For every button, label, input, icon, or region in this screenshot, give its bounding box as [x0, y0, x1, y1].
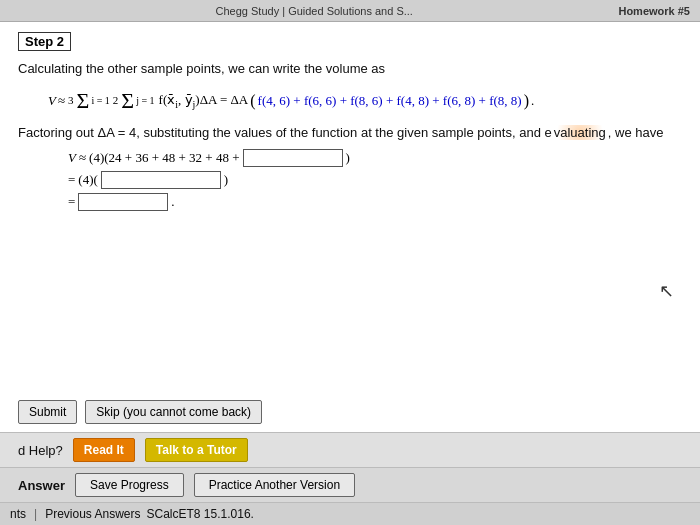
approx-symbol: ≈ [58, 89, 65, 112]
eq1-approx: ≈ [79, 150, 86, 166]
sum-lower-j: j = 1 [136, 92, 154, 110]
top-bar-right: Homework #5 [618, 5, 690, 17]
main-content: Step 2 Calculating the other sample poin… [0, 22, 700, 525]
eq3-equals: = [68, 194, 75, 210]
equation-line-2: = (4)( ) [68, 171, 682, 189]
period-1: . [531, 89, 534, 112]
eq3-input[interactable] [78, 193, 168, 211]
prev-answers-detail: SCalcET8 15.1.016. [147, 507, 254, 521]
top-bar: Chegg Study | Guided Solutions and S... … [0, 0, 700, 22]
close-paren: ) [524, 87, 529, 116]
step-label: Step 2 [18, 32, 71, 51]
sum-lower-i: i = 1 [91, 92, 109, 110]
sigma-1: Σ [77, 90, 90, 112]
previous-answers-label: Previous Answers [45, 507, 140, 521]
read-it-button[interactable]: Read It [73, 438, 135, 462]
top-bar-center: Chegg Study | Guided Solutions and S... [216, 5, 413, 17]
submit-button[interactable]: Submit [18, 400, 77, 424]
eq2-equals: = [68, 172, 75, 188]
eq1-prefix: (4)(24 + 36 + 48 + 32 + 48 + [89, 150, 239, 166]
separator: | [34, 507, 37, 521]
action-buttons: Submit Skip (you cannot come back) [0, 392, 700, 432]
eq1-input[interactable] [243, 149, 343, 167]
eq1-suffix: ) [346, 150, 350, 166]
f-values: f(4, 6) + f(6, 6) + f(8, 6) + f(4, 8) + … [258, 89, 522, 112]
answer-label: Answer [18, 478, 65, 493]
prev-answers-nts: nts [10, 507, 26, 521]
save-progress-button[interactable]: Save Progress [75, 473, 184, 497]
eq2-prefix: (4)( [78, 172, 98, 188]
eq2-input[interactable] [101, 171, 221, 189]
factoring-text: Factoring out ΔA = 4, substituting the v… [18, 123, 682, 143]
v-symbol: V [48, 89, 56, 112]
sum-upper-j: 2 [113, 91, 119, 111]
eq2-suffix: ) [224, 172, 228, 188]
cursor-arrow: ↖ [659, 280, 674, 302]
help-bar: d Help? Read It Talk to a Tutor [0, 432, 700, 467]
talk-to-tutor-button[interactable]: Talk to a Tutor [145, 438, 248, 462]
open-paren: ( [250, 87, 255, 116]
eq3-suffix: . [171, 194, 174, 210]
eq1-v: V [68, 150, 76, 166]
function-notation: f(x̄i, ȳj)ΔA = ΔA [159, 88, 249, 114]
answer-bar: Answer Save Progress Practice Another Ve… [0, 467, 700, 502]
practice-another-button[interactable]: Practice Another Version [194, 473, 355, 497]
equation-line-1: V ≈ (4)(24 + 36 + 48 + 32 + 48 + ) [68, 149, 682, 167]
help-label: d Help? [18, 443, 63, 458]
intro-text: Calculating the other sample points, we … [18, 59, 682, 79]
step-box: Step 2 Calculating the other sample poin… [0, 22, 700, 392]
prev-answers-bar: nts | Previous Answers SCalcET8 15.1.016… [0, 502, 700, 525]
skip-button[interactable]: Skip (you cannot come back) [85, 400, 262, 424]
sum-upper-i: 3 [68, 91, 74, 111]
sigma-2: Σ [121, 90, 134, 112]
volume-equation-block: V ≈ 3 Σ i = 1 2 Σ j = 1 f(x̄i, ȳj)ΔA = [48, 87, 682, 116]
equation-line-3: = . [68, 193, 682, 211]
